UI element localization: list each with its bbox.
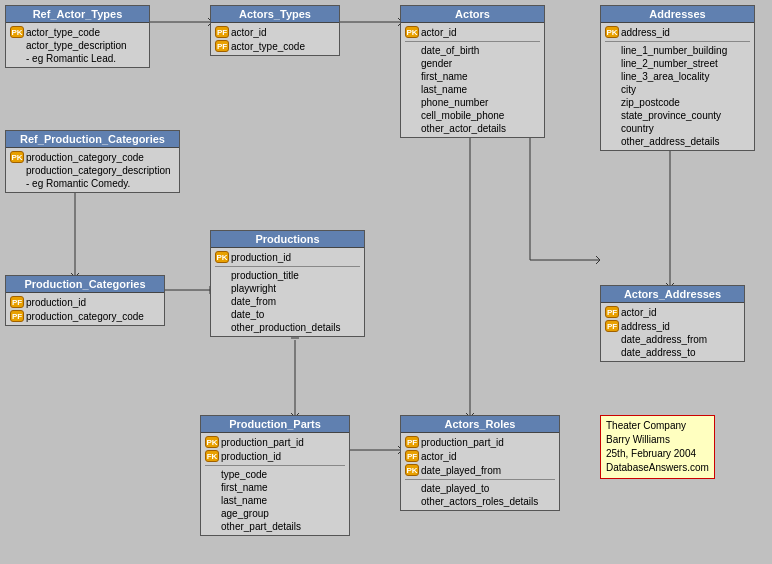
field-actor-type-eg: - eg Romantic Lead. xyxy=(10,52,145,65)
table-header-actors-types: Actors_Types xyxy=(211,6,339,23)
badge-pf2: PF xyxy=(215,40,229,52)
watermark-line-3: 25th, February 2004 xyxy=(606,447,709,461)
table-header-addresses: Addresses xyxy=(601,6,754,23)
table-header-production-parts: Production_Parts xyxy=(201,416,349,433)
badge-pk: PK xyxy=(10,26,24,38)
field-at-actor-type-code: PF actor_type_code xyxy=(215,39,335,53)
table-header-actors-addresses: Actors_Addresses xyxy=(601,286,744,303)
field-actor-type-desc: actor_type_description xyxy=(10,39,145,52)
table-addresses: Addresses PK address_id line_1_number_bu… xyxy=(600,5,755,151)
table-header-actors: Actors xyxy=(401,6,544,23)
table-header-productions: Productions xyxy=(211,231,364,248)
table-ref-production-categories: Ref_Production_Categories PK production_… xyxy=(5,130,180,193)
table-ref-actor-types: Ref_Actor_Types PK actor_type_code actor… xyxy=(5,5,150,68)
field-at-actor-id: PF actor_id xyxy=(215,25,335,39)
table-header-ref-actor-types: Ref_Actor_Types xyxy=(6,6,149,23)
svg-line-14 xyxy=(596,260,600,264)
table-header-actors-roles: Actors_Roles xyxy=(401,416,559,433)
table-actors-roles: Actors_Roles PF production_part_id PF ac… xyxy=(400,415,560,511)
table-productions: Productions PK production_id production_… xyxy=(210,230,365,337)
diagram-canvas: Ref_Actor_Types PK actor_type_code actor… xyxy=(0,0,772,564)
watermark: Theater Company Barry Williams 25th, Feb… xyxy=(600,415,715,479)
badge-pf: PF xyxy=(215,26,229,38)
watermark-line-2: Barry Williams xyxy=(606,433,709,447)
field-actor-type-code: PK actor_type_code xyxy=(10,25,145,39)
table-production-parts: Production_Parts PK production_part_id F… xyxy=(200,415,350,536)
table-actors-addresses: Actors_Addresses PF actor_id PF address_… xyxy=(600,285,745,362)
watermark-line-1: Theater Company xyxy=(606,419,709,433)
table-actors-types: Actors_Types PF actor_id PF actor_type_c… xyxy=(210,5,340,56)
table-header-ref-prod-cat: Ref_Production_Categories xyxy=(6,131,179,148)
table-production-categories: Production_Categories PF production_id P… xyxy=(5,275,165,326)
watermark-line-4: DatabaseAnswers.com xyxy=(606,461,709,475)
table-header-prod-cat: Production_Categories xyxy=(6,276,164,293)
table-actors: Actors PK actor_id date_of_birth gender … xyxy=(400,5,545,138)
svg-line-13 xyxy=(596,256,600,260)
